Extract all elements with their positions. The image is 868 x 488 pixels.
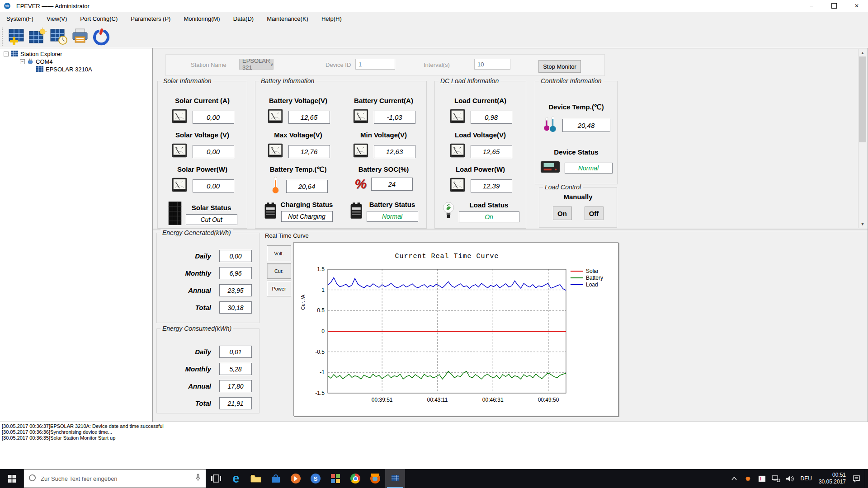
store-icon[interactable] [266, 469, 286, 488]
show-desktop-button[interactable] [865, 469, 868, 488]
collapse-icon[interactable]: − [20, 59, 25, 64]
energy-label: Monthly [185, 269, 212, 277]
device-id-value: 1 [359, 61, 362, 68]
clock-time: 00:51 [819, 472, 846, 479]
dc-load-information-group: DC Load Information Load Current(A) 0,98… [434, 81, 526, 229]
menu-help[interactable]: Help(H) [317, 15, 346, 22]
tree-item-station-explorer[interactable]: − Station Explorer [4, 50, 62, 58]
app-icon-blue[interactable]: S [306, 469, 326, 488]
edge-icon[interactable]: e [226, 469, 246, 488]
microphone-icon[interactable] [195, 474, 201, 483]
language-indicator[interactable]: DEU [799, 475, 814, 482]
energy-gen-annual-value: 23,95 [219, 284, 252, 296]
gauge-icon [171, 176, 188, 195]
solar-power-metric: Solar Power(W) 0,00 [158, 162, 247, 196]
controller-device-icon [540, 161, 560, 175]
svg-text:-1: -1 [320, 369, 325, 375]
max-voltage-metric: Max Voltage(V) 12,76 [255, 127, 341, 162]
energy-con-daily-value: 0,01 [219, 346, 252, 358]
energy-label: Daily [195, 252, 211, 260]
maximize-button[interactable] [823, 0, 845, 12]
station-name-select[interactable]: EPSOLAR 321 ∨ [239, 59, 274, 70]
realtime-chart: Current Real Time CurveCur. /A1.510.50-0… [294, 243, 618, 416]
scroll-up-icon[interactable]: ▲ [859, 49, 867, 56]
taskbar-search[interactable] [24, 469, 206, 488]
firefox-icon[interactable] [365, 469, 385, 488]
media-player-icon[interactable] [286, 469, 306, 488]
epever-app-taskbar-icon[interactable] [385, 469, 405, 488]
menu-port-config[interactable]: Port Config(C) [75, 15, 122, 22]
tab-power[interactable]: Power [267, 281, 291, 296]
metric-label: Load Power(W) [435, 162, 526, 175]
event-log: [30.05.2017 00:36:37]EPSOLAR 3210A: Devi… [0, 422, 868, 469]
start-button[interactable] [0, 469, 24, 488]
action-center-icon[interactable] [851, 469, 862, 488]
tab-cur[interactable]: Cur. [267, 263, 291, 279]
svg-text:00:43:11: 00:43:11 [427, 397, 448, 403]
chevron-up-icon[interactable] [729, 469, 740, 488]
legend-swatch-solar [571, 271, 583, 272]
legend-solar: Solar [571, 267, 603, 274]
battery-temp-metric: Battery Temp.(℃) 20,64 [255, 162, 341, 196]
print-icon[interactable] [71, 27, 90, 47]
menu-view[interactable]: View(V) [42, 15, 71, 22]
close-button[interactable]: ✕ [845, 0, 868, 12]
toolbar-grip [2, 28, 5, 46]
menu-maintenance[interactable]: Maintenance(K) [262, 15, 313, 22]
metric-label: Battery Current(A) [341, 93, 426, 107]
apps-grid-icon[interactable] [326, 469, 345, 488]
energy-gen-monthly-row: Monthly 6,96 [157, 267, 252, 279]
station-clock-icon[interactable] [49, 27, 68, 47]
file-explorer-icon[interactable] [246, 469, 266, 488]
gauge-icon [267, 142, 284, 161]
collapse-icon[interactable]: − [4, 52, 9, 56]
gauge-icon [352, 142, 369, 161]
legend-label: Battery [586, 275, 603, 281]
scroll-down-icon[interactable]: ▼ [859, 220, 867, 228]
station-monitor-icon[interactable] [28, 27, 47, 47]
load-off-button[interactable]: Off [585, 206, 604, 220]
device-icon [36, 66, 43, 73]
menu-data[interactable]: Data(D) [229, 15, 259, 22]
menu-monitoring[interactable]: Monitoring(M) [179, 15, 224, 22]
menu-parameters[interactable]: Parameters (P) [126, 15, 175, 22]
solar-status-block: Solar Status Cut Out [158, 201, 247, 228]
metric-label: Solar Current (A) [158, 93, 247, 107]
tree-item-com4[interactable]: − COM4 [20, 58, 53, 66]
energy-label: Daily [195, 348, 211, 356]
energy-label: Monthly [185, 365, 212, 373]
status-title: Battery Status [369, 201, 415, 208]
tab-volt[interactable]: Volt. [267, 245, 291, 261]
vertical-scrollbar[interactable]: ▲ ▼ [858, 49, 867, 228]
chrome-icon[interactable] [345, 469, 365, 488]
load-control-group: Load Control Manually On Off [539, 187, 617, 228]
network-tray-icon[interactable] [771, 469, 782, 488]
scrollbar-thumb[interactable] [859, 56, 866, 142]
battery-icon [349, 202, 363, 221]
device-id-field[interactable]: 1 [355, 59, 395, 70]
legend-swatch-battery [571, 277, 583, 278]
search-input[interactable] [40, 475, 195, 483]
tree-item-epsolar-3210a[interactable]: EPSOLAR 3210A [36, 66, 92, 73]
add-station-icon[interactable] [7, 27, 26, 47]
taskbar-clock[interactable]: 00:51 30.05.2017 [817, 472, 848, 485]
avast-tray-icon[interactable] [743, 469, 754, 488]
solar-current-value: 0,00 [193, 111, 234, 124]
menu-system[interactable]: System(F) [2, 15, 38, 22]
solar-current-metric: Solar Current (A) 0,00 [158, 93, 247, 127]
interval-field[interactable]: 10 [474, 59, 510, 70]
volume-tray-icon[interactable] [785, 469, 796, 488]
station-name-value: EPSOLAR 321 [242, 57, 270, 71]
stop-monitor-button[interactable]: Stop Monitor [538, 60, 581, 73]
metric-label: Min Voltage(V) [341, 127, 426, 141]
legend-load: Load [571, 281, 603, 288]
minimize-button[interactable]: – [800, 0, 823, 12]
task-view-button[interactable] [206, 469, 226, 488]
load-voltage-metric: Load Voltage(V) 12,65 [435, 127, 526, 162]
power-icon[interactable] [92, 27, 111, 47]
battery-icon [264, 202, 277, 221]
clock-date: 30.05.2017 [819, 479, 846, 485]
app-window-tray-icon[interactable] [757, 469, 768, 488]
energy-con-annual-row: Annual 17,80 [157, 380, 252, 392]
load-on-button[interactable]: On [553, 206, 572, 220]
